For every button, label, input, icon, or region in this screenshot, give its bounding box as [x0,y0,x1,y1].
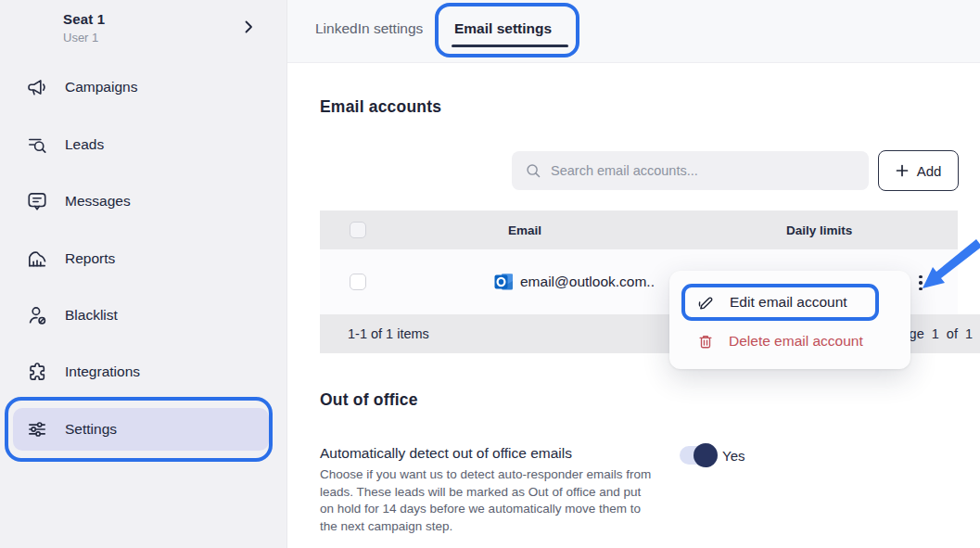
sliders-icon [26,418,48,440]
sidebar-item-reports[interactable]: Reports [26,248,115,270]
search-input[interactable] [551,163,847,178]
add-button-label: Add [917,163,942,179]
column-header-email: Email [508,210,541,249]
out-of-office-heading: Out of office [320,390,418,410]
sidebar-item-label: Integrations [65,363,140,380]
lead-search-icon [26,134,48,156]
sidebar-item-label: Leads [65,136,104,153]
table-header: Email Daily limits [320,210,958,249]
settings-tab-bar: LinkedIn settings Email settings [287,0,980,63]
trash-icon [697,333,714,350]
sidebar-item-label: Reports [65,250,115,267]
row-checkbox[interactable] [350,274,366,290]
sidebar-item-label: Messages [65,193,131,210]
search-icon [525,162,541,179]
sidebar-item-blacklist[interactable]: Blacklist [26,304,118,326]
blocked-user-icon [26,304,48,326]
toggle-knob [694,443,718,467]
active-tab-underline [452,45,568,47]
sidebar-item-label: Blacklist [65,307,118,324]
sidebar-item-campaigns[interactable]: Campaigns [26,76,137,98]
add-email-account-button[interactable]: Add [878,150,959,191]
puzzle-icon [26,361,48,383]
sidebar-item-leads[interactable]: Leads [26,134,104,156]
tab-linkedin-settings[interactable]: LinkedIn settings [315,20,423,37]
items-count-label: 1-1 of 1 items [348,326,429,341]
chart-icon [26,248,48,270]
delete-email-account-menu-item[interactable]: Delete email account [669,323,910,360]
seat-title: Seat 1 [63,11,105,27]
sidebar-item-label: Settings [65,421,117,438]
row-actions-kebab-menu[interactable] [913,272,928,294]
app-window: Seat 1 User 1 Campaigns Leads Messages R… [0,0,980,548]
plus-icon [896,164,909,177]
seat-switcher[interactable]: Seat 1 User 1 [63,11,105,45]
seat-subtitle: User 1 [63,31,105,45]
edit-email-account-menu-item[interactable]: Edit email account [669,284,910,321]
email-accounts-heading: Email accounts [320,97,441,117]
edit-pencil-icon [697,294,715,312]
delete-menu-label: Delete email account [729,333,863,350]
tab-email-settings[interactable]: Email settings [454,20,552,37]
search-email-accounts[interactable] [512,151,869,190]
sidebar-item-label: Campaigns [65,79,137,96]
sidebar-item-settings[interactable]: Settings [26,418,117,440]
chevron-right-icon[interactable] [239,18,258,36]
outlook-icon [493,271,515,293]
sidebar: Seat 1 User 1 Campaigns Leads Messages R… [0,0,287,548]
megaphone-icon [26,76,48,98]
row-email-address: email@outlook.com.. [520,249,655,314]
select-all-checkbox[interactable] [350,222,366,238]
edit-menu-label: Edit email account [730,294,847,311]
sidebar-item-integrations[interactable]: Integrations [26,361,140,383]
auto-detect-setting-description: Choose if you want us to detect auto-res… [320,466,655,535]
auto-detect-setting-label: Automatically detect out of office email… [320,445,572,462]
toggle-state-label: Yes [722,448,745,464]
row-actions-menu: Edit email account Delete email account [669,271,910,369]
message-bubble-icon [26,190,48,212]
column-header-daily-limits: Daily limits [786,210,852,249]
sidebar-item-messages[interactable]: Messages [26,190,131,212]
auto-detect-toggle[interactable] [680,446,715,465]
